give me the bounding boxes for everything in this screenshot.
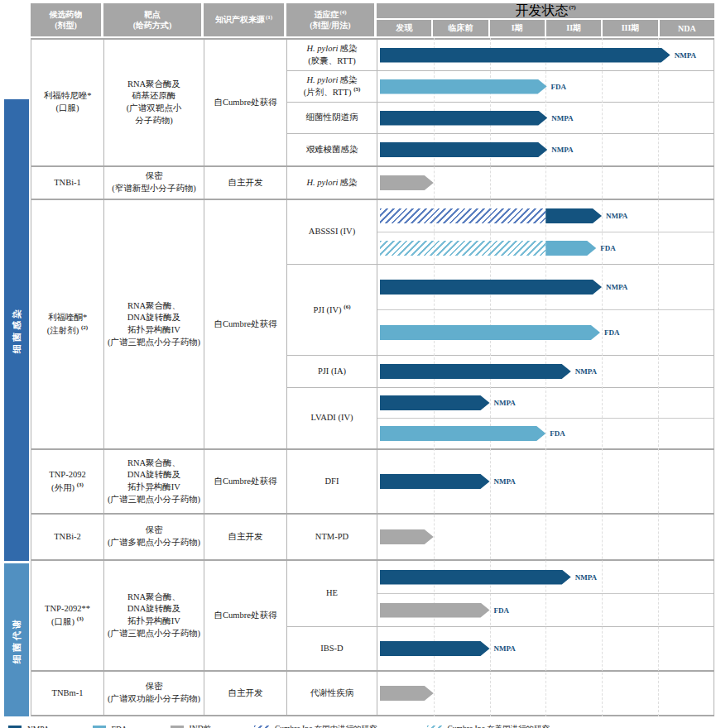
progress-bar: NMPA bbox=[380, 474, 516, 489]
progress-arrow-segment bbox=[380, 79, 547, 94]
dev-status-lanes: NMPAFDA bbox=[377, 388, 714, 448]
pipeline-lane: FDA bbox=[377, 232, 714, 264]
superscript-note: (6) bbox=[343, 304, 351, 310]
indication-label-cell: 代谢性疾病 bbox=[287, 672, 377, 715]
indication-label: 细菌性阴道病 bbox=[306, 112, 358, 124]
indication-label-cell: H. pylori 感染 bbox=[287, 167, 377, 199]
group-label: 细菌代谢 bbox=[11, 617, 23, 663]
progress-bar: NMPA bbox=[380, 570, 597, 585]
progress-arrow-segment bbox=[380, 603, 490, 618]
drug-name-cell: TNP-2092**(口服) (3) bbox=[31, 561, 104, 670]
indication-row: PJI (IV) (6)NMPAFDA bbox=[287, 265, 714, 356]
indications-column: NTM-PD bbox=[287, 515, 714, 559]
ip-source-cell: 自Cumbre处获得 bbox=[204, 200, 287, 448]
dev-status-header: 开发状态(7) bbox=[377, 3, 714, 20]
drug-row: TNP-2092(外用) (3)RNA聚合酶、 DNA旋转酶及 拓扑异构酶IV … bbox=[31, 450, 714, 515]
pipeline-lane: NMPA bbox=[377, 265, 714, 310]
indication-label: HE bbox=[326, 587, 338, 600]
progress-bar: NMPA bbox=[380, 208, 627, 223]
indication-label-cell: DFI bbox=[287, 450, 377, 513]
regulator-label: NMPA bbox=[606, 283, 627, 291]
progress-bar: FDA bbox=[380, 79, 566, 94]
progress-arrow-segment bbox=[380, 686, 434, 701]
drug-name-cell: TNBi-1 bbox=[31, 167, 104, 199]
pipeline-lane: NMPA bbox=[377, 627, 714, 670]
ip-header-text: 知识产权来源(1) bbox=[215, 14, 272, 25]
indication-header-line1: 适应症(4) bbox=[314, 9, 346, 20]
indication-row: PJI (IA)NMPA bbox=[287, 356, 714, 388]
ip-source-cell: 自主开发 bbox=[204, 167, 287, 199]
progress-bar bbox=[380, 529, 434, 544]
target-cell: RNA聚合酶及 硝基还原酶 (广谱双靶点小 分子药物) bbox=[104, 40, 204, 165]
drug-name: 利福特尼唑* bbox=[44, 90, 92, 103]
dev-status-lanes: NMPAFDA bbox=[377, 561, 714, 626]
drug-name: TNP-2092** bbox=[45, 603, 90, 615]
regulator-label: NMPA bbox=[551, 146, 573, 154]
progress-arrow-segment bbox=[380, 48, 670, 63]
drug-name-cell: 利福喹酮*(注射剂) (2) bbox=[31, 200, 104, 448]
indication-row: 代谢性疾病 bbox=[287, 672, 714, 715]
progress-arrow-segment bbox=[380, 325, 600, 340]
indication-label-cell: H. pylori 感染(片剂、RTT) (5) bbox=[287, 71, 377, 102]
column-header-indication: 适应症(4) (剂型/用法) bbox=[286, 3, 377, 36]
drug-row: TNP-2092**(口服) (3)RNA聚合酶、 DNA旋转酶及 拓扑异构酶I… bbox=[31, 561, 714, 672]
indication-label: PJI (IA) bbox=[318, 366, 346, 378]
stage-header-nda: NDA bbox=[660, 20, 714, 36]
progress-arrow-segment bbox=[545, 208, 602, 223]
regulator-label: NMPA bbox=[551, 114, 573, 122]
regulator-label: NMPA bbox=[575, 573, 597, 582]
ip-source-cell: 自主开发 bbox=[204, 672, 287, 715]
progress-arrow-segment bbox=[380, 395, 490, 410]
stage-header-preclinical: 临床前 bbox=[433, 20, 489, 36]
regulator-label: NMPA bbox=[494, 477, 516, 486]
dev-status-lanes: NMPAFDA bbox=[377, 265, 714, 355]
progress-arrow-segment bbox=[380, 111, 547, 126]
regulator-label: FDA bbox=[550, 429, 565, 438]
progress-bar bbox=[380, 175, 434, 190]
drug-row: TNBi-2保密 (广谱多靶点小分子药物)自主开发NTM-PD bbox=[31, 515, 714, 561]
legend-item: FDA bbox=[93, 726, 127, 728]
progress-bar: NMPA bbox=[380, 364, 597, 379]
regulator-label: FDA bbox=[494, 606, 510, 615]
target-cell: 保密 (广谱多靶点小分子药物) bbox=[104, 515, 204, 559]
drug-name-cell: 利福特尼唑*(口服) bbox=[31, 40, 104, 165]
drug-row: TNBm-1保密 (广谱双功能小分子药物)自主开发代谢性疾病 bbox=[31, 672, 714, 716]
regulator-label: NMPA bbox=[675, 51, 696, 60]
indication-row: LVADI (IV)NMPAFDA bbox=[287, 388, 714, 448]
hatched-research-segment bbox=[380, 241, 545, 256]
legend-swatch-cumbre-inc- bbox=[427, 726, 442, 728]
dev-status-lanes: FDA bbox=[377, 71, 714, 102]
indication-pathogen: H. pylori bbox=[306, 178, 338, 187]
indication-row: DFINMPA bbox=[287, 450, 714, 513]
superscript-note: (5) bbox=[352, 86, 360, 93]
drug-name: TNBm-1 bbox=[52, 687, 84, 700]
indication-row: HENMPAFDA bbox=[287, 561, 714, 627]
pipeline-lane: FDA bbox=[377, 310, 714, 355]
regulator-label: NMPA bbox=[606, 212, 627, 220]
indication-row: H. pylori 感染(胶囊、RTT)NMPA bbox=[287, 40, 714, 71]
drug-name: TNBi-2 bbox=[54, 531, 81, 544]
progress-arrow-segment bbox=[380, 280, 602, 295]
progress-bar: NMPA bbox=[380, 142, 574, 157]
ip-source-cell: 自Cumbre处获得 bbox=[204, 561, 287, 670]
drug-formulation: (口服) bbox=[56, 103, 79, 115]
legend-item: NMPA bbox=[8, 726, 50, 728]
indication-label-cell: H. pylori 感染(胶囊、RTT) bbox=[287, 40, 377, 70]
indication-row: H. pylori 感染(片剂、RTT) (5)FDA bbox=[287, 71, 714, 103]
indications-column: HENMPAFDAIBS-DNMPA bbox=[287, 561, 714, 670]
indication-label: PJI (IV) (6) bbox=[313, 304, 350, 316]
drug-name-cell: TNP-2092(外用) (3) bbox=[31, 450, 104, 513]
progress-bar: FDA bbox=[380, 603, 509, 618]
drug-name-cell: TNBi-2 bbox=[31, 515, 104, 559]
target-cell: RNA聚合酶、 DNA旋转酶及 拓扑异构酶IV (广谱三靶点小分子药物) bbox=[104, 450, 204, 513]
indications-column: H. pylori 感染(胶囊、RTT)NMPAH. pylori 感染(片剂、… bbox=[287, 40, 714, 165]
indication-label-cell: 细菌性阴道病 bbox=[287, 103, 377, 133]
column-header-candidate-drug: 候选药物 (剂型) bbox=[31, 3, 103, 36]
regulator-label: NMPA bbox=[494, 399, 516, 407]
indication-row: ABSSSI (IV)NMPAFDA bbox=[287, 200, 714, 265]
indication-label-cell: IBS-D bbox=[287, 627, 377, 670]
drug-name: TNBi-1 bbox=[54, 177, 81, 189]
dev-status-lanes: NMPA bbox=[377, 40, 714, 70]
dev-status-lanes: NMPA bbox=[377, 103, 714, 133]
indication-row: NTM-PD bbox=[287, 515, 714, 559]
